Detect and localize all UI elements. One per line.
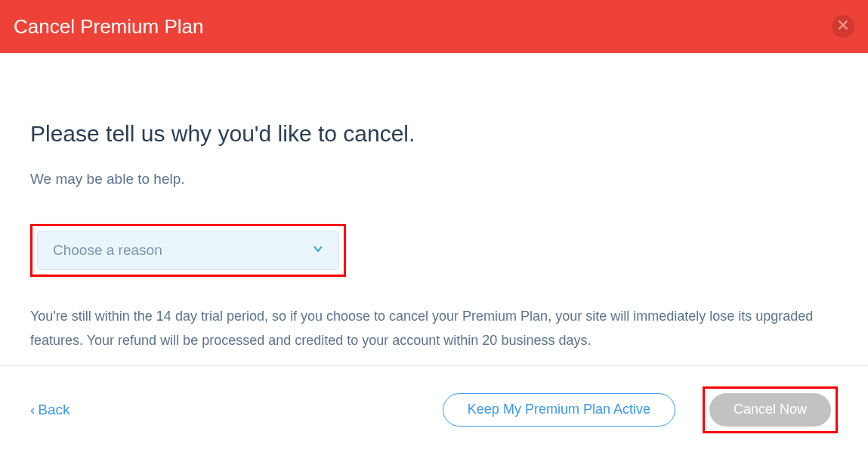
dialog-footer: ‹ Back Keep My Premium Plan Active Cance… bbox=[0, 365, 868, 453]
cancel-plan-dialog: Cancel Premium Plan Please tell us why y… bbox=[0, 0, 868, 453]
cancel-reason-heading: Please tell us why you'd like to cancel. bbox=[30, 121, 838, 147]
keep-plan-active-button[interactable]: Keep My Premium Plan Active bbox=[443, 393, 675, 427]
close-button[interactable] bbox=[832, 15, 854, 38]
dialog-title: Cancel Premium Plan bbox=[14, 15, 203, 39]
back-link[interactable]: ‹ Back bbox=[30, 402, 70, 418]
cancel-now-button[interactable]: Cancel Now bbox=[709, 393, 831, 427]
trial-notice-text: You're still within the 14 day trial per… bbox=[30, 304, 838, 353]
chevron-left-icon: ‹ bbox=[30, 402, 35, 418]
dialog-content: Please tell us why you'd like to cancel.… bbox=[0, 53, 868, 365]
close-icon bbox=[838, 20, 848, 33]
reason-select-placeholder: Choose a reason bbox=[53, 242, 162, 259]
back-label: Back bbox=[38, 402, 70, 418]
cancel-reason-subtext: We may be able to help. bbox=[30, 171, 838, 188]
reason-select[interactable]: Choose a reason bbox=[37, 231, 339, 270]
cancel-now-highlight: Cancel Now bbox=[703, 386, 838, 433]
footer-actions: Keep My Premium Plan Active Cancel Now bbox=[443, 386, 838, 433]
reason-select-highlight: Choose a reason bbox=[30, 224, 346, 277]
chevron-down-icon bbox=[313, 244, 323, 257]
dialog-header: Cancel Premium Plan bbox=[0, 0, 868, 53]
